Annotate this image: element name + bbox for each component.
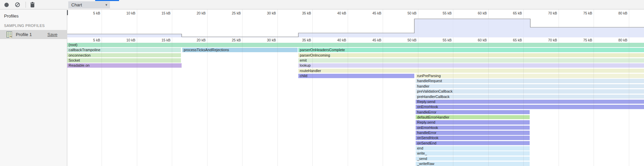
- profiles-sidebar: Profiles SAMPLING PROFILES % Profile 1 S…: [0, 9, 67, 166]
- ruler-tick-label: 15 kB: [147, 38, 171, 42]
- ruler-tick-label: 80 kB: [604, 38, 628, 42]
- flame-chart-ruler: 5 kB10 kB15 kB20 kB25 kB30 kB35 kB40 kB4…: [67, 37, 644, 42]
- flame-frame[interactable]: runPreParsing: [416, 74, 644, 78]
- ruler-tick-label: 25 kB: [217, 38, 241, 42]
- ruler-tick-label: 5 kB: [77, 38, 100, 42]
- ruler-tick-label: 70 kB: [534, 38, 557, 42]
- ruler-tick-label: 40 kB: [323, 38, 346, 42]
- profile-table-icon: %: [6, 31, 12, 38]
- toolbar-divider: [26, 2, 26, 8]
- flame-frame[interactable]: Reply.send: [416, 100, 644, 104]
- sidebar-title: Profiles: [4, 13, 18, 19]
- flame-frame[interactable]: child: [298, 74, 414, 78]
- gridline: [418, 37, 418, 42]
- flame-frame[interactable]: defaultErrorHandler: [416, 115, 530, 120]
- flame-frame[interactable]: write_: [416, 151, 530, 156]
- delete-profile-button[interactable]: [28, 0, 37, 9]
- flame-frame[interactable]: onSendEnd: [416, 141, 530, 145]
- gridline: [207, 37, 207, 42]
- gridline: [277, 37, 278, 42]
- flame-frame[interactable]: routeHandler: [298, 69, 644, 73]
- flame-frame[interactable]: onErrorHook: [416, 105, 644, 109]
- gridline: [559, 37, 559, 42]
- flame-frame[interactable]: parserOnHeadersComplete: [298, 48, 644, 52]
- ruler-tick-label: 75 kB: [569, 38, 592, 42]
- chevron-down-icon: ▾: [105, 1, 107, 8]
- flame-frame[interactable]: onSendHook: [416, 136, 530, 140]
- gridline: [629, 37, 629, 42]
- gridline: [242, 37, 242, 42]
- gridline: [488, 37, 489, 42]
- gridline: [453, 37, 453, 42]
- trash-icon: [30, 2, 35, 7]
- ruler-tick-label: 10 kB: [112, 38, 136, 42]
- gridline: [242, 42, 242, 166]
- ruler-tick-label: 45 kB: [358, 38, 381, 42]
- memory-overview-pane[interactable]: 5 kB10 kB15 kB20 kB25 kB30 kB35 kB40 kB4…: [67, 9, 644, 37]
- ruler-tick-label: 20 kB: [182, 38, 206, 42]
- ruler-tick-label: 30 kB: [253, 38, 276, 42]
- gridline: [207, 42, 207, 166]
- flame-chart-area: (root)callbackTrampolineprocessTicksAndR…: [67, 42, 644, 166]
- ruler-tick-label: 65 kB: [498, 38, 522, 42]
- flame-frame[interactable]: emit: [298, 58, 644, 63]
- gridline: [523, 37, 524, 42]
- flame-frame[interactable]: lookup: [298, 63, 644, 68]
- flame-frame[interactable]: preValidationCallback: [416, 89, 644, 94]
- gridline: [137, 37, 137, 42]
- flame-frame[interactable]: _writeRaw: [416, 162, 530, 166]
- ruler-tick-label: 35 kB: [288, 38, 311, 42]
- ruler-tick-label: 55 kB: [428, 38, 452, 42]
- gridline: [312, 37, 313, 42]
- profile-name: Profile 1: [16, 32, 32, 37]
- flame-frame[interactable]: _send: [416, 157, 530, 161]
- flame-frame[interactable]: handler: [416, 84, 644, 89]
- flame-frame[interactable]: (root): [67, 43, 644, 47]
- flame-frame[interactable]: callbackTrampoline: [67, 48, 181, 52]
- gridline: [348, 37, 348, 42]
- clear-icon: [15, 2, 20, 7]
- flame-frame[interactable]: handleRequest: [416, 79, 644, 83]
- gridline: [102, 37, 102, 42]
- ruler-tick-label: 60 kB: [463, 38, 487, 42]
- sidebar-item-profile-1[interactable]: % Profile 1 Save: [0, 30, 67, 39]
- flame-frame[interactable]: preHandlerCallback: [416, 95, 644, 99]
- active-tab-indicator: [95, 0, 119, 1]
- flame-frame[interactable]: onconnection: [67, 53, 181, 58]
- flame-frame[interactable]: handleError: [416, 110, 530, 114]
- view-mode-label: Chart: [71, 2, 82, 7]
- gridline: [277, 42, 278, 166]
- memory-overview-area-chart[interactable]: [67, 9, 644, 37]
- flame-frame[interactable]: Reply.send: [416, 120, 530, 125]
- flame-frame[interactable]: processTicksAndRejections: [182, 48, 298, 52]
- flame-frame[interactable]: handleError: [416, 131, 530, 135]
- gridline: [594, 37, 594, 42]
- view-mode-select[interactable]: Chart ▾: [68, 1, 110, 8]
- clear-profiles-button[interactable]: [13, 0, 22, 9]
- sampling-profiles-heading: SAMPLING PROFILES: [4, 24, 45, 28]
- toolbar: Chart ▾: [0, 0, 644, 9]
- gridline: [383, 37, 383, 42]
- flame-frame[interactable]: parserOnIncoming: [298, 53, 644, 58]
- flame-frame[interactable]: Readable.on: [67, 63, 182, 68]
- flame-frame[interactable]: onErrorHook: [416, 126, 530, 130]
- flame-chart-panel: 5 kB10 kB15 kB20 kB25 kB30 kB35 kB40 kB4…: [67, 9, 644, 166]
- record-profile-button[interactable]: [2, 0, 11, 9]
- flame-frame[interactable]: Socket: [67, 58, 181, 63]
- record-icon: [4, 3, 9, 7]
- flame-frame[interactable]: end: [416, 146, 530, 151]
- gridline: [172, 37, 172, 42]
- save-profile-link[interactable]: Save: [47, 32, 58, 37]
- ruler-tick-label: 50 kB: [393, 38, 417, 42]
